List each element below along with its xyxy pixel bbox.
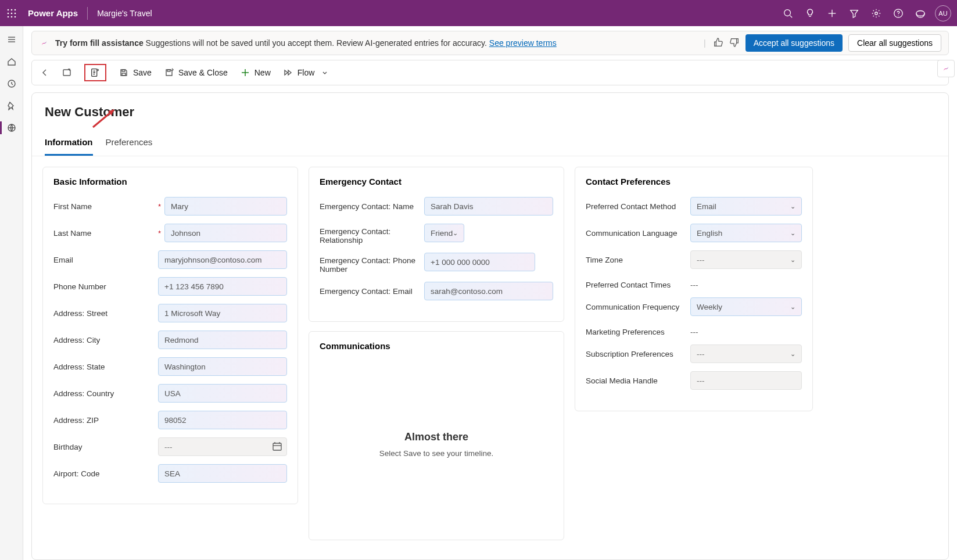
rail-pin-icon[interactable]: [0, 96, 23, 116]
save-close-button[interactable]: Save & Close: [164, 68, 228, 77]
svg-rect-23: [63, 70, 70, 76]
accept-suggestions-button[interactable]: Accept all suggestions: [745, 34, 843, 52]
chevron-down-icon: ⌄: [790, 256, 795, 264]
phone-input[interactable]: [158, 277, 287, 296]
field-label: Last Name: [53, 229, 158, 238]
contact-method-select[interactable]: Email⌄: [690, 197, 802, 216]
svg-point-0: [8, 9, 9, 10]
email-input[interactable]: [158, 250, 287, 269]
rail-home-icon[interactable]: [0, 52, 23, 71]
required-marker: *: [158, 202, 161, 211]
banner-bold: Try form fill assistance: [55, 38, 144, 48]
save-button[interactable]: Save: [119, 68, 152, 77]
field-label: Preferred Contact Method: [586, 202, 690, 211]
ec-relationship-select[interactable]: Friend⌄: [424, 224, 464, 242]
form-tabs: Information Preferences: [32, 120, 948, 156]
page-title: New Customer: [45, 105, 936, 120]
street-input[interactable]: [158, 304, 287, 322]
form-fill-assist-button[interactable]: [84, 64, 106, 81]
section-title: Communications: [320, 341, 553, 351]
svg-rect-27: [167, 70, 170, 71]
chevron-down-icon: ⌄: [790, 203, 795, 210]
filter-icon[interactable]: [843, 0, 865, 26]
rail-menu-icon[interactable]: [0, 30, 23, 49]
ec-name-input[interactable]: [424, 197, 553, 216]
product-title: Power Apps: [28, 8, 78, 18]
field-label: Preferred Contact Times: [586, 277, 690, 289]
required-marker: *: [158, 229, 161, 238]
ec-email-input[interactable]: [424, 282, 553, 300]
field-label: Time Zone: [586, 256, 690, 264]
country-input[interactable]: [158, 384, 287, 403]
flow-button[interactable]: Flow: [284, 68, 329, 77]
preview-terms-link[interactable]: See preview terms: [489, 38, 557, 48]
form-container: New Customer Information Preferences Bas…: [31, 92, 949, 560]
language-select[interactable]: English⌄: [690, 224, 802, 242]
app-launcher-icon[interactable]: [6, 8, 17, 19]
field-label: Address: ZIP: [53, 416, 158, 425]
calendar-icon[interactable]: [272, 441, 282, 454]
svg-point-5: [15, 12, 16, 14]
search-icon[interactable]: [777, 0, 799, 26]
thumbs-up-icon[interactable]: [713, 37, 723, 49]
ec-phone-input[interactable]: [424, 253, 535, 271]
city-input[interactable]: [158, 331, 287, 349]
rail-recent-icon[interactable]: [0, 74, 23, 94]
add-icon[interactable]: [821, 0, 843, 26]
birthday-input[interactable]: [158, 437, 287, 456]
timeline-placeholder-title: Almost there: [404, 431, 468, 443]
thumbs-down-icon[interactable]: [729, 37, 740, 49]
chevron-down-icon: ⌄: [790, 350, 795, 358]
field-label: Emergency Contact: Email: [320, 287, 424, 296]
field-label: Email: [53, 256, 158, 264]
zip-input[interactable]: [158, 411, 287, 429]
command-bar: Save Save & Close New Flow: [31, 60, 949, 85]
svg-rect-32: [273, 443, 281, 450]
field-label: First Name: [53, 202, 158, 211]
tab-preferences[interactable]: Preferences: [106, 137, 153, 156]
user-avatar[interactable]: AU: [935, 5, 951, 21]
svg-rect-25: [122, 70, 125, 71]
svg-point-2: [15, 9, 16, 10]
banner-text: Try form fill assistance Suggestions wil…: [55, 38, 694, 48]
field-label: Address: City: [53, 336, 158, 344]
timezone-select[interactable]: ---⌄: [690, 250, 802, 269]
chevron-down-icon: ⌄: [790, 303, 795, 311]
field-label: Address: State: [53, 362, 158, 371]
state-input[interactable]: [158, 357, 287, 376]
tab-information[interactable]: Information: [45, 137, 93, 156]
frequency-select[interactable]: Weekly⌄: [690, 297, 802, 316]
section-communications: Communications Almost there Select Save …: [309, 331, 564, 540]
new-button[interactable]: New: [241, 68, 271, 77]
field-label: Social Media Handle: [586, 376, 690, 385]
field-label: Address: Country: [53, 389, 158, 398]
field-label: Subscription Preferences: [586, 350, 690, 358]
airport-input[interactable]: [158, 464, 287, 483]
contact-times-value[interactable]: ---: [690, 277, 698, 289]
last-name-input[interactable]: [164, 224, 287, 242]
clear-suggestions-button[interactable]: Clear all suggestions: [848, 34, 941, 52]
first-name-input[interactable]: [164, 197, 287, 216]
field-label: Address: Street: [53, 309, 158, 318]
environment-icon[interactable]: [909, 0, 931, 26]
subscription-select[interactable]: ---⌄: [690, 344, 802, 363]
svg-point-17: [916, 10, 924, 16]
copilot-collapsed-button[interactable]: [937, 60, 955, 77]
lightbulb-icon[interactable]: [799, 0, 821, 26]
copilot-icon: [39, 38, 49, 48]
field-label: Emergency Contact: Name: [320, 202, 424, 211]
settings-icon[interactable]: [865, 0, 887, 26]
open-record-set-button[interactable]: [62, 68, 71, 77]
back-button[interactable]: [40, 68, 49, 77]
rail-web-icon[interactable]: [0, 118, 23, 138]
chevron-down-icon: ⌄: [453, 229, 458, 237]
section-title: Emergency Contact: [320, 177, 553, 186]
svg-rect-26: [122, 73, 126, 76]
social-input[interactable]: [690, 371, 802, 390]
help-icon[interactable]: [887, 0, 909, 26]
svg-point-4: [11, 12, 13, 14]
marketing-value[interactable]: ---: [690, 324, 698, 336]
timeline-placeholder-text: Select Save to see your timeline.: [379, 449, 494, 458]
field-label: Communication Language: [586, 229, 690, 238]
app-name: Margie's Travel: [97, 9, 152, 18]
